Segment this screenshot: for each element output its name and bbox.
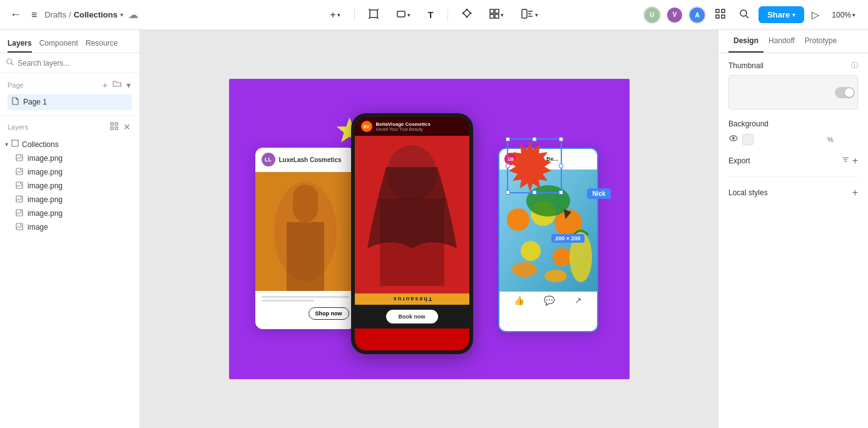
list-item[interactable]: image.png [0, 165, 140, 179]
right-panel: Thumbnail ⓘ Background [718, 53, 868, 216]
add-icon: + [330, 9, 335, 21]
svg-point-9 [462, 12, 464, 14]
vector-tool-button[interactable] [458, 6, 476, 24]
tab-prototype[interactable]: Prototype [800, 30, 842, 53]
svg-rect-14 [522, 9, 527, 18]
list-item[interactable]: image [0, 220, 140, 234]
layer-label-5: image.png [28, 209, 63, 218]
local-styles-add-button[interactable]: + [852, 187, 858, 198]
image-icon-5 [15, 209, 24, 218]
avatar-2[interactable]: V [666, 6, 683, 24]
thumbnail-toggle[interactable] [835, 87, 855, 98]
assets-button[interactable] [711, 6, 730, 24]
list-item[interactable]: image.png [0, 206, 140, 220]
svg-rect-13 [495, 14, 499, 18]
nick-label: Nick [592, 190, 605, 197]
ph-tagline: Unveil Your True Beauty [376, 127, 431, 131]
opacity-input[interactable]: 100 [805, 135, 824, 144]
background-section: Background EFEFEF 100 % [728, 120, 858, 145]
tab-layers[interactable]: Layers [8, 35, 32, 53]
brand-name-left: LuxeLash Cosmetics [279, 156, 342, 163]
search-input[interactable] [18, 59, 133, 68]
layers-grid-button[interactable] [109, 121, 120, 133]
add-tool-button[interactable]: + ▾ [326, 7, 344, 23]
dropdown-page-button[interactable]: ▾ [125, 78, 132, 91]
thumbnail-info-icon[interactable]: ⓘ [851, 61, 858, 70]
filter-icon[interactable] [841, 155, 850, 166]
phone-left: LL LuxeLash Cosmetics [255, 148, 355, 329]
svg-point-8 [466, 16, 467, 18]
background-row: EFEFEF 100 % [728, 133, 858, 145]
svg-rect-18 [722, 15, 725, 18]
background-label: Background [728, 120, 768, 128]
breadcrumb: Drafts / Collections ▾ [44, 10, 123, 19]
breadcrumb-dropdown[interactable]: ▾ [120, 11, 123, 18]
more-tool-button[interactable]: ▾ [518, 6, 542, 24]
text-tool-button[interactable]: T [424, 7, 437, 23]
bg-color-swatch[interactable] [742, 134, 753, 145]
svg-rect-27 [111, 127, 113, 130]
avatar-1[interactable]: U [643, 6, 661, 24]
svg-rect-25 [111, 123, 113, 125]
layers-close-button[interactable]: ✕ [122, 121, 132, 133]
list-item[interactable]: image.png [0, 179, 140, 193]
svg-line-30 [11, 140, 12, 140]
layer-group-collections[interactable]: ▾ Collections [0, 137, 140, 151]
brand-logo-left: LL [262, 153, 275, 166]
play-button[interactable]: ▷ [809, 6, 822, 23]
list-item[interactable]: image.png [0, 151, 140, 165]
tab-handoff[interactable]: Handoff [763, 30, 800, 53]
avatar-3[interactable]: A [688, 6, 706, 24]
frame-tool-button[interactable] [365, 6, 382, 24]
svg-point-39 [20, 196, 21, 198]
tab-design[interactable]: Design [728, 30, 763, 53]
handle-top-right[interactable] [559, 137, 563, 141]
share-button[interactable]: Share ▾ [758, 6, 804, 23]
tool-separator-2 [447, 9, 448, 21]
zoom-dropdown-icon: ▾ [852, 12, 855, 18]
book-now-button[interactable]: Book now [386, 310, 438, 324]
page-name: Page 1 [23, 98, 47, 106]
svg-line-22 [11, 63, 13, 65]
more-dropdown-icon: ▾ [535, 12, 538, 18]
zoom-control[interactable]: 100% ▾ [827, 8, 860, 22]
size-label: 200 × 200 [555, 235, 580, 242]
page-item[interactable]: Page 1 [8, 94, 132, 110]
component-tool-button[interactable]: ▾ [486, 6, 508, 24]
shop-now-button[interactable]: Shop now [309, 307, 349, 320]
back-button[interactable]: ← [8, 6, 24, 24]
svg-line-31 [18, 140, 19, 140]
svg-point-56 [553, 248, 571, 267]
add-page-button[interactable]: + [101, 78, 109, 91]
export-add-button[interactable]: + [852, 155, 858, 166]
menu-button[interactable]: ≡ [29, 7, 39, 23]
canvas-area[interactable]: LL LuxeLash Cosmetics [140, 30, 718, 428]
search-button[interactable] [735, 6, 753, 24]
svg-point-52 [507, 208, 529, 231]
progress-bar-full [262, 296, 349, 298]
hex-input[interactable]: EFEFEF [757, 135, 801, 144]
tab-resource[interactable]: Resource [86, 35, 118, 53]
tool-separator-1 [354, 9, 355, 21]
page-icon [11, 97, 19, 107]
list-item[interactable]: image.png [0, 193, 140, 206]
search-icon [738, 8, 750, 22]
right-sidebar: Design Handoff Prototype Thumbnail ⓘ [718, 30, 868, 428]
layer-label-6: image [28, 223, 48, 232]
phone-left-image [255, 172, 355, 291]
svg-point-55 [521, 241, 541, 261]
tab-component[interactable]: Component [39, 35, 78, 53]
page-actions: + ▾ [101, 78, 132, 91]
layer-label-4: image.png [28, 195, 63, 204]
sunburst-badge [503, 138, 558, 193]
search-box [0, 53, 140, 73]
visibility-icon[interactable] [728, 133, 738, 145]
svg-rect-5 [397, 11, 405, 17]
folder-page-button[interactable] [111, 78, 123, 91]
comment-icon[interactable]: 💬 [544, 295, 554, 305]
rectangle-tool-button[interactable]: ▾ [392, 6, 414, 24]
svg-rect-0 [370, 10, 377, 18]
like-icon[interactable]: 👍 [514, 295, 524, 305]
play-icon: ▷ [812, 9, 819, 20]
share-icon[interactable]: ↗ [574, 295, 582, 305]
